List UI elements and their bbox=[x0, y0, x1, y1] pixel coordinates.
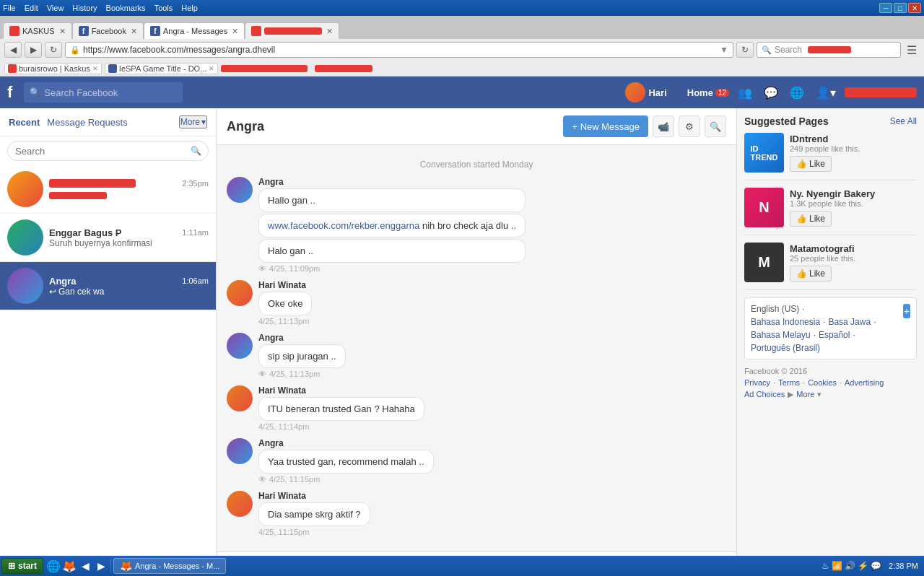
messages-list: 2:35pm Enggar Bagus P 1:11am Suruh buyer… bbox=[0, 165, 216, 574]
menu-tools[interactable]: Tools bbox=[154, 4, 173, 12]
lang-basa-jawa[interactable]: Basa Jawa bbox=[828, 317, 871, 327]
new-message-button[interactable]: + New Message bbox=[563, 115, 648, 137]
pinned-item-iespa[interactable]: IeSPA Game Title - DO... ✕ bbox=[105, 63, 218, 74]
language-links: Bahasa Indonesia · Basa Jawa · Bahasa Me… bbox=[751, 317, 903, 353]
fb-notifications-icon[interactable]: 🌐 bbox=[787, 83, 807, 102]
minimize-button[interactable]: ─ bbox=[879, 3, 892, 13]
pinned-kaskus-close[interactable]: ✕ bbox=[92, 65, 98, 72]
ie-icon[interactable]: 🌐 bbox=[46, 559, 61, 573]
tray-icon-3[interactable]: 🔊 bbox=[845, 561, 855, 571]
tab-fb-home-close[interactable]: ✕ bbox=[131, 27, 137, 36]
messages-search-input[interactable] bbox=[7, 141, 209, 161]
footer-privacy[interactable]: Privacy bbox=[744, 378, 770, 387]
tab-kaskus-close[interactable]: ✕ bbox=[59, 27, 66, 36]
back-button[interactable]: ◀ bbox=[4, 42, 22, 58]
conversation-scroll[interactable]: Conversation started Monday Angra Hallo … bbox=[217, 145, 736, 551]
steam-icon[interactable]: ♨ bbox=[821, 561, 829, 571]
messages-more-label: More bbox=[180, 117, 200, 127]
messages-list-item[interactable]: 2:35pm bbox=[0, 165, 216, 214]
footer-cookies[interactable]: Cookies bbox=[808, 378, 837, 387]
tab-message-requests[interactable]: Message Requests bbox=[47, 117, 127, 128]
see-all-link[interactable]: See All bbox=[890, 116, 917, 126]
bubble-meta-4: 4/25, 11:14pm bbox=[258, 422, 424, 431]
rekber-link[interactable]: www.facebook.com/rekber.enggarna bbox=[268, 220, 419, 231]
fb-home-nav[interactable]: Home 12 bbox=[687, 87, 729, 98]
url-bar[interactable]: 🔒 https://www.facebook.com/messages/angr… bbox=[65, 42, 733, 58]
messages-more-button[interactable]: More ▾ bbox=[179, 115, 207, 128]
video-call-button[interactable]: 📹 bbox=[653, 115, 674, 137]
bubble-text-1b: www.facebook.com/rekber.enggarna nih bro… bbox=[258, 214, 526, 237]
menu-bookmarks[interactable]: Bookmarks bbox=[106, 4, 146, 12]
lang-espanol[interactable]: Español bbox=[819, 330, 850, 340]
browser-search-bar[interactable]: 🔍 Search bbox=[757, 42, 901, 58]
tab-kaskus[interactable]: KASKUS ✕ bbox=[3, 22, 72, 39]
bubble-avatar-angra-5 bbox=[227, 438, 253, 464]
taskbar-open-window[interactable]: 🦊 Angra - Messages - M... bbox=[113, 558, 226, 574]
pinned-iespa-close[interactable]: ✕ bbox=[209, 65, 214, 72]
bubble-avatar-hari-4 bbox=[227, 385, 253, 411]
video-icon: 📹 bbox=[658, 121, 669, 132]
messages-list-item-angra[interactable]: Angra 1:06am ↩ Gan cek wa bbox=[0, 262, 216, 310]
seen-icon-3: 👁 bbox=[258, 370, 266, 378]
fb-search-input[interactable] bbox=[24, 82, 183, 102]
start-button[interactable]: ⊞ start bbox=[1, 558, 43, 574]
lang-bahasa-indonesia[interactable]: Bahasa Indonesia bbox=[751, 317, 820, 327]
idntrend-like-button[interactable]: 👍 Like bbox=[790, 156, 832, 172]
taskbar-icon-3[interactable]: ◀ bbox=[78, 559, 92, 573]
firefox-icon[interactable]: 🦊 bbox=[62, 559, 77, 573]
lang-bahasa-melayu[interactable]: Bahasa Melayu bbox=[751, 330, 811, 340]
messages-list-item[interactable]: Enggar Bagus P 1:11am Suruh buyernya kon… bbox=[0, 214, 216, 262]
maximize-button[interactable]: □ bbox=[894, 3, 907, 13]
close-button[interactable]: ✕ bbox=[908, 3, 921, 13]
tab-facebook-home[interactable]: f Facebook ✕ bbox=[72, 22, 144, 39]
tray-icon-4[interactable]: ⚡ bbox=[858, 561, 868, 571]
browser-menu-button[interactable]: ☰ bbox=[904, 42, 920, 58]
bubble-content-5: Angra Yaa trusted gan, recommend malah .… bbox=[258, 438, 434, 484]
bubble-meta-5: 👁 4/25, 11:15pm bbox=[258, 475, 434, 484]
bubble-text-2: Oke oke bbox=[258, 292, 312, 315]
idntrend-info: IDntrend 249 people like this. 👍 Like bbox=[790, 134, 917, 172]
fb-account-icon[interactable]: 👤▾ bbox=[813, 83, 839, 102]
message-row-1: Angra Hallo gan .. www.facebook.com/rekb… bbox=[227, 177, 726, 273]
fb-user-info[interactable]: Hari bbox=[625, 82, 666, 102]
tab-redacted-close[interactable]: ✕ bbox=[326, 27, 333, 36]
tab-recent[interactable]: Recent bbox=[9, 117, 40, 128]
browser-tab-bar: KASKUS ✕ f Facebook ✕ f Angra - Messages… bbox=[0, 16, 924, 39]
tray-icon-2[interactable]: 📶 bbox=[832, 561, 842, 571]
language-add-button[interactable]: + bbox=[903, 304, 910, 318]
lang-portugues[interactable]: Português (Brasil) bbox=[751, 343, 820, 353]
fb-friends-icon[interactable]: 👥 bbox=[735, 83, 755, 102]
menu-help[interactable]: Help bbox=[181, 4, 198, 12]
nyengir-like-button[interactable]: 👍 Like bbox=[790, 211, 832, 227]
tray-icon-5[interactable]: 💬 bbox=[871, 561, 881, 571]
pinned-item-kaskus[interactable]: buraisrowo | Kaskus ✕ bbox=[4, 63, 102, 74]
footer-ad-choices[interactable]: Ad Choices bbox=[744, 390, 785, 399]
footer-copyright: Facebook © 2016 bbox=[744, 367, 917, 375]
language-content: English (US) · Bahasa Indonesia · Basa J… bbox=[751, 304, 903, 353]
menu-file[interactable]: File bbox=[3, 4, 16, 12]
footer-terms[interactable]: Terms bbox=[778, 378, 800, 387]
bubble-content-2: Hari Winata Oke oke 4/25, 11:13pm bbox=[258, 280, 312, 326]
menu-edit[interactable]: Edit bbox=[25, 4, 38, 12]
bubble-sender-hari-4: Hari Winata bbox=[258, 385, 424, 396]
reload-button[interactable]: ↻ bbox=[45, 42, 62, 58]
tab-fb-messages-close[interactable]: ✕ bbox=[232, 27, 238, 36]
menu-history[interactable]: History bbox=[72, 4, 97, 12]
footer-advertising[interactable]: Advertising bbox=[845, 378, 884, 387]
msg-info-angra: Angra 1:06am ↩ Gan cek wa bbox=[49, 276, 209, 297]
footer-more[interactable]: More bbox=[796, 390, 814, 399]
dropdown-icon[interactable]: ▼ bbox=[720, 45, 728, 55]
fb-messages-nav-icon[interactable]: 💬 bbox=[761, 83, 781, 102]
matamoto-like-button[interactable]: 👍 Like bbox=[790, 266, 832, 282]
refresh-button[interactable]: ↻ bbox=[736, 42, 754, 58]
forward-button[interactable]: ▶ bbox=[25, 42, 42, 58]
pinned-redacted-2 bbox=[315, 65, 372, 72]
idntrend-like-label: Like bbox=[809, 159, 825, 169]
matamoto-name: Matamotografi bbox=[790, 243, 917, 254]
tab-fb-messages[interactable]: f Angra - Messages ✕ bbox=[144, 22, 245, 39]
taskbar-icon-4[interactable]: ▶ bbox=[94, 559, 108, 573]
search-conversation-button[interactable]: 🔍 bbox=[705, 115, 726, 137]
settings-button[interactable]: ⚙ bbox=[679, 115, 700, 137]
menu-view[interactable]: View bbox=[47, 4, 64, 12]
tab-redacted[interactable]: ✕ bbox=[245, 22, 339, 39]
